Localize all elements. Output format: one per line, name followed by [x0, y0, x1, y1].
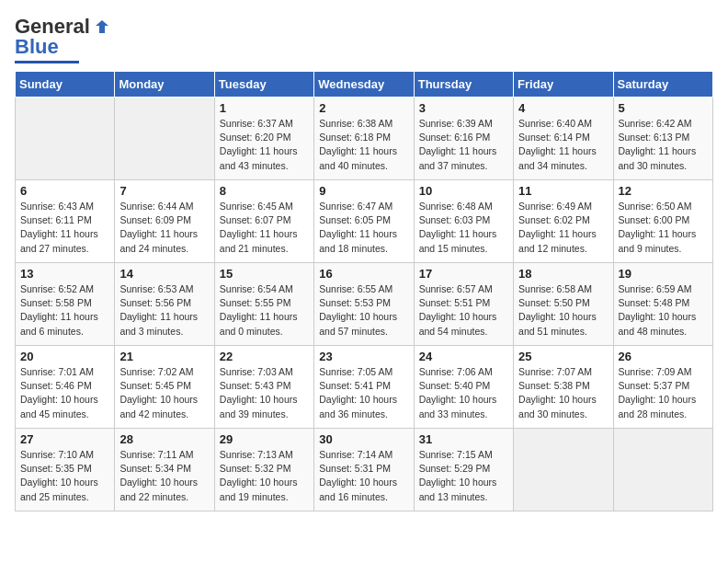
day-number: 12	[619, 184, 708, 198]
page-header: General Blue	[15, 15, 713, 63]
calendar-cell: 28Sunrise: 7:11 AMSunset: 5:34 PMDayligh…	[115, 429, 214, 511]
day-number: 31	[419, 432, 508, 446]
day-number: 22	[220, 350, 309, 363]
day-info: Sunrise: 7:05 AMSunset: 5:41 PMDaylight:…	[319, 365, 408, 421]
calendar-cell: 19Sunrise: 6:59 AMSunset: 5:48 PMDayligh…	[613, 263, 712, 346]
weekday-header: Sunday	[16, 72, 115, 98]
calendar-week-row: 13Sunrise: 6:52 AMSunset: 5:58 PMDayligh…	[16, 263, 713, 346]
weekday-header: Monday	[115, 72, 214, 98]
calendar-cell: 14Sunrise: 6:53 AMSunset: 5:56 PMDayligh…	[115, 263, 214, 346]
day-number: 17	[419, 267, 508, 281]
calendar-cell: 9Sunrise: 6:47 AMSunset: 6:05 PMDaylight…	[314, 180, 414, 263]
day-number: 11	[518, 184, 608, 198]
day-number: 13	[20, 267, 109, 281]
logo-underline	[15, 61, 79, 63]
day-number: 1	[220, 101, 309, 115]
calendar-cell: 3Sunrise: 6:39 AMSunset: 6:16 PMDaylight…	[414, 98, 513, 180]
calendar-cell: 15Sunrise: 6:54 AMSunset: 5:55 PMDayligh…	[214, 263, 313, 346]
day-info: Sunrise: 6:40 AMSunset: 6:14 PMDaylight:…	[518, 117, 608, 173]
day-info: Sunrise: 6:38 AMSunset: 6:18 PMDaylight:…	[319, 117, 408, 173]
calendar-cell: 5Sunrise: 6:42 AMSunset: 6:13 PMDaylight…	[613, 98, 712, 180]
day-info: Sunrise: 6:50 AMSunset: 6:00 PMDaylight:…	[619, 200, 708, 256]
calendar-cell: 12Sunrise: 6:50 AMSunset: 6:00 PMDayligh…	[613, 180, 712, 263]
day-info: Sunrise: 7:09 AMSunset: 5:37 PMDaylight:…	[619, 365, 708, 421]
day-info: Sunrise: 7:14 AMSunset: 5:31 PMDaylight:…	[319, 448, 408, 504]
calendar-cell: 18Sunrise: 6:58 AMSunset: 5:50 PMDayligh…	[514, 263, 613, 346]
day-info: Sunrise: 7:07 AMSunset: 5:38 PMDaylight:…	[518, 365, 608, 421]
day-info: Sunrise: 6:39 AMSunset: 6:16 PMDaylight:…	[419, 117, 508, 173]
day-info: Sunrise: 7:15 AMSunset: 5:29 PMDaylight:…	[419, 448, 508, 504]
calendar-week-row: 27Sunrise: 7:10 AMSunset: 5:35 PMDayligh…	[16, 429, 713, 511]
day-number: 2	[319, 101, 408, 115]
day-number: 25	[518, 350, 608, 363]
day-info: Sunrise: 7:11 AMSunset: 5:34 PMDaylight:…	[119, 448, 209, 504]
day-number: 26	[619, 350, 708, 363]
calendar-cell	[514, 429, 613, 511]
day-number: 3	[419, 101, 508, 115]
calendar-cell: 6Sunrise: 6:43 AMSunset: 6:11 PMDaylight…	[16, 180, 115, 263]
day-number: 5	[619, 101, 708, 115]
logo-bird-icon	[92, 17, 112, 37]
calendar-cell	[16, 98, 115, 180]
day-info: Sunrise: 6:54 AMSunset: 5:55 PMDaylight:…	[220, 282, 309, 339]
svg-marker-0	[96, 20, 108, 33]
calendar-cell: 17Sunrise: 6:57 AMSunset: 5:51 PMDayligh…	[414, 263, 513, 346]
day-info: Sunrise: 6:43 AMSunset: 6:11 PMDaylight:…	[20, 200, 109, 256]
day-info: Sunrise: 6:52 AMSunset: 5:58 PMDaylight:…	[20, 282, 109, 339]
day-number: 16	[319, 267, 408, 281]
calendar-header-row: SundayMondayTuesdayWednesdayThursdayFrid…	[16, 72, 713, 98]
calendar-week-row: 1Sunrise: 6:37 AMSunset: 6:20 PMDaylight…	[16, 98, 713, 180]
calendar-cell: 8Sunrise: 6:45 AMSunset: 6:07 PMDaylight…	[214, 180, 313, 263]
day-info: Sunrise: 6:37 AMSunset: 6:20 PMDaylight:…	[220, 117, 309, 173]
day-info: Sunrise: 6:55 AMSunset: 5:53 PMDaylight:…	[319, 282, 408, 339]
day-info: Sunrise: 6:48 AMSunset: 6:03 PMDaylight:…	[419, 200, 508, 256]
day-number: 20	[20, 350, 109, 363]
day-info: Sunrise: 7:06 AMSunset: 5:40 PMDaylight:…	[419, 365, 508, 421]
day-info: Sunrise: 6:45 AMSunset: 6:07 PMDaylight:…	[220, 200, 309, 256]
calendar-cell: 24Sunrise: 7:06 AMSunset: 5:40 PMDayligh…	[414, 346, 513, 429]
calendar-cell: 4Sunrise: 6:40 AMSunset: 6:14 PMDaylight…	[514, 98, 613, 180]
calendar-week-row: 6Sunrise: 6:43 AMSunset: 6:11 PMDaylight…	[16, 180, 713, 263]
day-info: Sunrise: 6:59 AMSunset: 5:48 PMDaylight:…	[619, 282, 708, 339]
calendar-cell: 2Sunrise: 6:38 AMSunset: 6:18 PMDaylight…	[314, 98, 414, 180]
day-info: Sunrise: 7:03 AMSunset: 5:43 PMDaylight:…	[220, 365, 309, 421]
day-number: 30	[319, 432, 408, 446]
day-info: Sunrise: 6:44 AMSunset: 6:09 PMDaylight:…	[119, 200, 209, 256]
day-info: Sunrise: 7:10 AMSunset: 5:35 PMDaylight:…	[20, 448, 109, 504]
calendar-cell	[613, 429, 712, 511]
day-info: Sunrise: 6:53 AMSunset: 5:56 PMDaylight:…	[119, 282, 209, 339]
day-number: 21	[119, 350, 209, 363]
calendar-cell: 21Sunrise: 7:02 AMSunset: 5:45 PMDayligh…	[115, 346, 214, 429]
day-info: Sunrise: 6:49 AMSunset: 6:02 PMDaylight:…	[518, 200, 608, 256]
calendar-table: SundayMondayTuesdayWednesdayThursdayFrid…	[15, 71, 713, 511]
day-number: 27	[20, 432, 109, 446]
day-number: 18	[518, 267, 608, 281]
day-info: Sunrise: 7:02 AMSunset: 5:45 PMDaylight:…	[119, 365, 209, 421]
day-number: 24	[419, 350, 508, 363]
day-number: 28	[119, 432, 209, 446]
calendar-cell: 20Sunrise: 7:01 AMSunset: 5:46 PMDayligh…	[16, 346, 115, 429]
calendar-cell: 16Sunrise: 6:55 AMSunset: 5:53 PMDayligh…	[314, 263, 414, 346]
calendar-cell	[115, 98, 214, 180]
calendar-cell: 31Sunrise: 7:15 AMSunset: 5:29 PMDayligh…	[414, 429, 513, 511]
calendar-cell: 13Sunrise: 6:52 AMSunset: 5:58 PMDayligh…	[16, 263, 115, 346]
day-info: Sunrise: 7:13 AMSunset: 5:32 PMDaylight:…	[220, 448, 309, 504]
day-number: 4	[518, 101, 608, 115]
day-number: 14	[119, 267, 209, 281]
calendar-cell: 7Sunrise: 6:44 AMSunset: 6:09 PMDaylight…	[115, 180, 214, 263]
calendar-cell: 26Sunrise: 7:09 AMSunset: 5:37 PMDayligh…	[613, 346, 712, 429]
day-number: 10	[419, 184, 508, 198]
calendar-cell: 11Sunrise: 6:49 AMSunset: 6:02 PMDayligh…	[514, 180, 613, 263]
weekday-header: Tuesday	[214, 72, 313, 98]
weekday-header: Saturday	[613, 72, 712, 98]
calendar-cell: 10Sunrise: 6:48 AMSunset: 6:03 PMDayligh…	[414, 180, 513, 263]
calendar-cell: 29Sunrise: 7:13 AMSunset: 5:32 PMDayligh…	[214, 429, 313, 511]
logo-blue: Blue	[15, 35, 59, 58]
calendar-week-row: 20Sunrise: 7:01 AMSunset: 5:46 PMDayligh…	[16, 346, 713, 429]
day-number: 19	[619, 267, 708, 281]
day-number: 9	[319, 184, 408, 198]
day-number: 8	[220, 184, 309, 198]
weekday-header: Friday	[514, 72, 613, 98]
day-number: 7	[119, 184, 209, 198]
day-info: Sunrise: 6:47 AMSunset: 6:05 PMDaylight:…	[319, 200, 408, 256]
